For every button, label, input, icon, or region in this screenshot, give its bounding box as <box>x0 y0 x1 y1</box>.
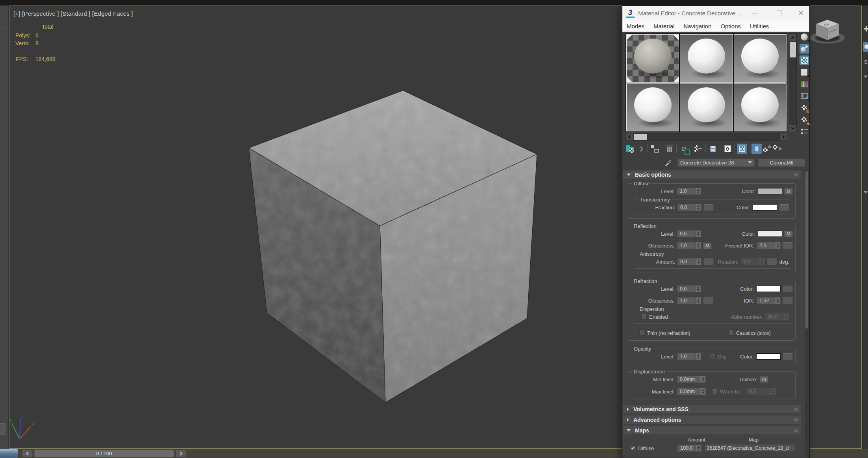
scroll-down-button[interactable] <box>789 125 796 132</box>
scroll-right-button[interactable] <box>780 133 787 140</box>
sample-slot[interactable] <box>680 34 733 83</box>
glossiness-spinner[interactable]: 1,0 <box>677 242 701 249</box>
sample-slot[interactable] <box>734 34 787 83</box>
spinner-value[interactable]: 0,0 <box>677 285 695 292</box>
spinner-arrows[interactable] <box>695 353 701 360</box>
maximize-button[interactable] <box>777 10 782 15</box>
slots-horizontal-scrollbar[interactable] <box>626 133 787 141</box>
menu-material[interactable]: Material <box>653 23 674 30</box>
next-frame-button[interactable] <box>176 450 186 457</box>
min-level-spinner[interactable]: 0,0mm <box>677 376 706 383</box>
refraction-color-swatch[interactable] <box>756 286 781 292</box>
material-map-navigator-button[interactable] <box>800 126 809 136</box>
make-unique-button[interactable] <box>693 144 703 154</box>
spinner-arrows[interactable] <box>696 258 701 265</box>
diffuse-level-spinner[interactable]: 1,0 <box>677 188 701 195</box>
background-button[interactable] <box>800 55 809 65</box>
spinner-arrows[interactable] <box>695 297 701 304</box>
menu-modes[interactable]: Modes <box>627 23 644 30</box>
select-by-material-button[interactable] <box>800 114 809 124</box>
options-button[interactable]: ⚙ <box>800 103 809 113</box>
rollout-basic-options[interactable]: Basic options <box>623 170 801 179</box>
dispersion-enabled-checkbox[interactable] <box>641 314 647 319</box>
spinner-arrows[interactable] <box>695 285 701 292</box>
reflection-level-spinner[interactable]: 0,5 <box>677 230 701 237</box>
menu-utilities[interactable]: Utilities <box>750 23 769 30</box>
opacity-level-spinner[interactable]: 1,0 <box>677 353 701 360</box>
rollout-volumetrics[interactable]: Volumetrics and SSS <box>623 405 801 413</box>
trackbar-corner-button[interactable] <box>0 449 18 458</box>
spinner-value[interactable]: 100,0 <box>677 445 696 452</box>
spinner-value[interactable]: 1,0 <box>677 188 695 195</box>
translucency-color-swatch[interactable] <box>753 204 777 211</box>
spinner-arrows[interactable] <box>695 230 701 237</box>
spinner-arrows[interactable] <box>700 376 706 383</box>
make-material-copy-button[interactable] <box>679 144 689 154</box>
rotation-map-button[interactable] <box>767 259 777 265</box>
pick-material-eyedropper-icon[interactable] <box>664 159 672 166</box>
reflection-color-map-button[interactable]: M <box>784 231 793 237</box>
opacity-color-swatch[interactable] <box>756 353 781 360</box>
spinner-arrows[interactable] <box>700 388 706 395</box>
put-material-to-scene-button[interactable] <box>635 144 645 154</box>
horizontal-scroll-thumb[interactable] <box>634 134 647 140</box>
diffuse-color-swatch[interactable] <box>758 188 782 194</box>
get-material-button[interactable] <box>625 144 635 154</box>
close-button[interactable]: ✕ <box>798 9 804 17</box>
assign-material-to-selection-button[interactable] <box>650 144 660 154</box>
spinner-value[interactable]: 0,5mm <box>677 388 700 395</box>
material-type-button[interactable]: CoronaMtl <box>758 159 805 167</box>
diffuse-map-amount-spinner[interactable]: 100,0 <box>677 445 701 452</box>
spinner-arrows[interactable] <box>696 204 701 211</box>
slots-vertical-scrollbar[interactable] <box>789 33 797 132</box>
drag-handle-icon[interactable] <box>794 418 798 421</box>
glossiness-map-button[interactable]: M <box>703 242 712 249</box>
drag-handle-icon[interactable] <box>794 408 798 411</box>
rollout-scroll-thumb[interactable] <box>805 171 808 329</box>
spinner-value[interactable]: 1,0 <box>677 297 695 304</box>
scroll-up-button[interactable] <box>789 34 796 41</box>
rollout-scrollbar[interactable] <box>805 170 809 457</box>
go-forward-to-sibling-button[interactable] <box>772 144 782 154</box>
thin-no-refraction-checkbox[interactable] <box>639 330 645 336</box>
put-to-library-button[interactable] <box>708 144 718 154</box>
sample-slot[interactable] <box>680 83 733 132</box>
fraction-map-button[interactable] <box>703 204 714 211</box>
sample-uv-tiling-button[interactable] <box>800 67 809 77</box>
sample-slot[interactable] <box>734 83 787 132</box>
go-to-parent-button[interactable] <box>762 144 772 154</box>
drag-handle-icon[interactable] <box>794 173 798 176</box>
anisotropy-amount-map-button[interactable] <box>703 259 714 265</box>
spinner-value[interactable]: 1,0 <box>677 242 695 249</box>
diffuse-color-map-button[interactable]: M <box>784 188 793 195</box>
spinner-value[interactable]: 0,0 <box>677 258 696 265</box>
modify-tab-icon[interactable] <box>863 42 868 52</box>
backlight-button[interactable] <box>800 44 809 54</box>
show-shaded-material-in-viewport-button[interactable] <box>737 144 747 154</box>
spinner-value[interactable]: 1,0 <box>677 353 695 360</box>
spinner-value[interactable]: 2,0 <box>757 242 775 249</box>
time-slider[interactable]: 0 / 100 <box>34 450 174 457</box>
spinner-value[interactable]: 0,0mm <box>677 376 700 383</box>
spinner-arrows[interactable] <box>695 242 701 249</box>
refraction-level-spinner[interactable]: 0,0 <box>677 285 701 292</box>
caustics-slow-checkbox[interactable] <box>728 330 734 336</box>
previous-frame-button[interactable] <box>22 450 33 457</box>
water-level-checkbox[interactable] <box>712 389 718 394</box>
menu-navigation[interactable]: Navigation <box>683 23 711 30</box>
rollout-maps[interactable]: Maps <box>623 426 801 434</box>
diffuse-map-button[interactable]: 3628547 (Decorative_Concrete_28_d <box>705 445 796 452</box>
create-tab-icon[interactable]: + <box>863 23 868 35</box>
max-level-spinner[interactable]: 0,5mm <box>677 388 706 395</box>
rollout-advanced-options[interactable]: Advanced options <box>623 416 801 424</box>
rollout-caret-1[interactable] <box>864 78 868 85</box>
opacity-color-map-button[interactable] <box>783 353 793 360</box>
sample-slot[interactable] <box>626 83 679 132</box>
anisotropy-amount-spinner[interactable]: 0,0 <box>677 258 701 265</box>
spinner-value[interactable]: 0,5 <box>677 230 695 237</box>
material-editor-titlebar[interactable]: 3 Material Editor - Concrete Decorative … <box>622 6 809 20</box>
refraction-color-map-button[interactable] <box>783 286 793 292</box>
spinner-value[interactable]: 1,52 <box>757 297 775 304</box>
spinner-arrows[interactable] <box>696 445 701 452</box>
translucency-color-map-button[interactable] <box>779 204 789 211</box>
